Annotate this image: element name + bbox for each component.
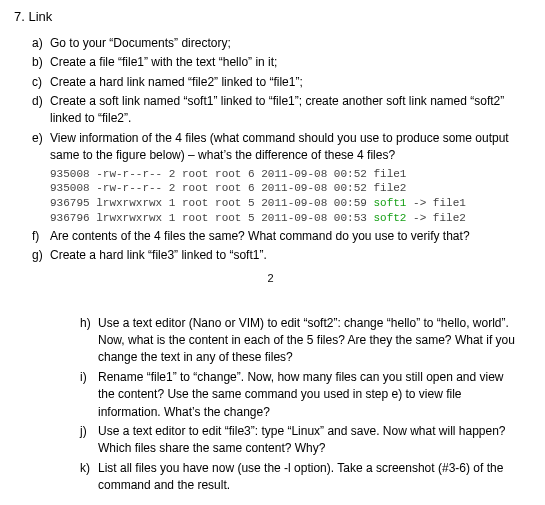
item-label: f) [32, 228, 50, 245]
item-label: k) [80, 460, 98, 495]
item-text: Create a file “file1” with the text “hel… [50, 54, 527, 71]
list-item: f) Are contents of the 4 files the same?… [32, 228, 527, 245]
list-item: j) Use a text editor to edit “file3”: ty… [80, 423, 517, 458]
softlink-name: soft1 [373, 197, 406, 209]
item-text: Create a hard link named “file2” linked … [50, 74, 527, 91]
top-list: a) Go to your “Documents” directory; b) … [14, 35, 527, 265]
page-number: 2 [14, 271, 527, 287]
code-line: 935008 -rw-r--r-- 2 root root 6 2011-09-… [50, 168, 406, 180]
item-text: Use a text editor to edit “file3”: type … [98, 423, 517, 458]
code-line: 936795 lrwxrwxrwx 1 root root 5 2011-09-… [50, 197, 373, 209]
code-tail: -> file2 [406, 212, 465, 224]
bottom-list: h) Use a text editor (Nano or VIM) to ed… [14, 315, 527, 495]
terminal-output: 935008 -rw-r--r-- 2 root root 6 2011-09-… [50, 167, 527, 226]
item-text: Create a soft link named “soft1” linked … [50, 93, 527, 128]
list-item: c) Create a hard link named “file2” link… [32, 74, 527, 91]
item-label: i) [80, 369, 98, 421]
list-item: a) Go to your “Documents” directory; [32, 35, 527, 52]
item-label: g) [32, 247, 50, 264]
item-label: b) [32, 54, 50, 71]
item-text: List all files you have now (use the -l … [98, 460, 517, 495]
list-item: h) Use a text editor (Nano or VIM) to ed… [80, 315, 517, 367]
item-text: View information of the 4 files (what co… [50, 130, 527, 165]
item-text: Are contents of the 4 files the same? Wh… [50, 228, 527, 245]
item-label: c) [32, 74, 50, 91]
item-label: h) [80, 315, 98, 367]
list-item: k) List all files you have now (use the … [80, 460, 517, 495]
item-text: Use a text editor (Nano or VIM) to edit … [98, 315, 517, 367]
item-text: Create a hard link “file3” linked to “so… [50, 247, 527, 264]
section-heading: 7. Link [14, 8, 527, 27]
list-item: g) Create a hard link “file3” linked to … [32, 247, 527, 264]
item-text: Go to your “Documents” directory; [50, 35, 527, 52]
code-tail: -> file1 [406, 197, 465, 209]
list-item: e) View information of the 4 files (what… [32, 130, 527, 165]
item-label: e) [32, 130, 50, 165]
list-item: d) Create a soft link named “soft1” link… [32, 93, 527, 128]
code-line: 935008 -rw-r--r-- 2 root root 6 2011-09-… [50, 182, 406, 194]
softlink-name: soft2 [373, 212, 406, 224]
code-line: 936796 lrwxrwxrwx 1 root root 5 2011-09-… [50, 212, 373, 224]
list-item: b) Create a file “file1” with the text “… [32, 54, 527, 71]
list-item: i) Rename “file1” to “change”. Now, how … [80, 369, 517, 421]
item-text: Rename “file1” to “change”. Now, how man… [98, 369, 517, 421]
item-label: d) [32, 93, 50, 128]
item-label: a) [32, 35, 50, 52]
item-label: j) [80, 423, 98, 458]
